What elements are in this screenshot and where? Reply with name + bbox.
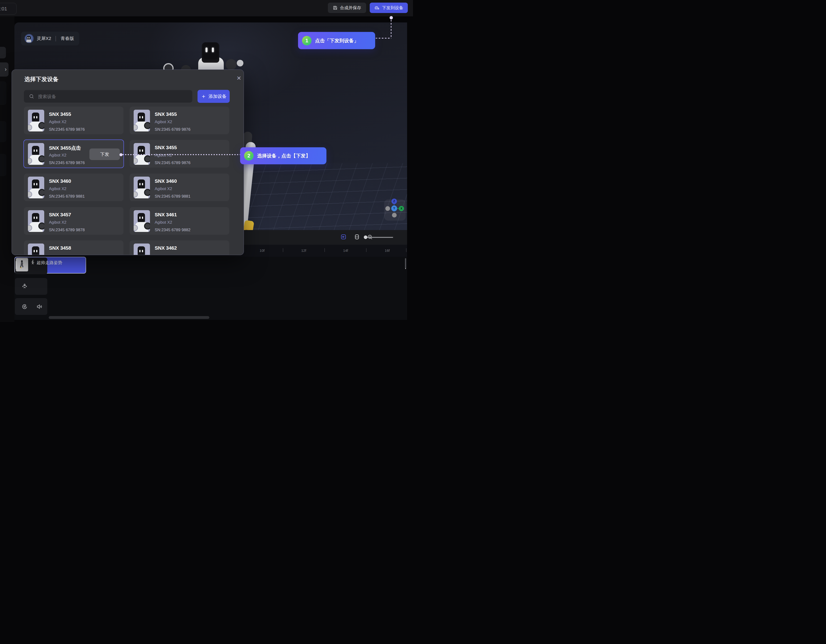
save-icon bbox=[333, 5, 337, 10]
clip-thumbnail bbox=[16, 258, 28, 271]
device-search-box[interactable] bbox=[24, 90, 192, 102]
device-card[interactable]: SNX 3462 bbox=[130, 240, 229, 255]
ruler-label: 12f bbox=[301, 248, 306, 252]
device-card[interactable]: SNX 3455 Agibot X2 SN:2345 6789 9876 bbox=[130, 107, 229, 134]
gizmo-z-handle[interactable]: Z bbox=[391, 198, 397, 204]
device-name: SNX 3458 bbox=[49, 245, 71, 251]
deploy-button-label: 下发到设备 bbox=[382, 5, 403, 11]
sidebar-thumbnail[interactable] bbox=[0, 121, 6, 142]
robot-avatar bbox=[24, 34, 34, 43]
search-input[interactable] bbox=[37, 90, 188, 103]
top-bar: 2:01 合成并保存 下发到设备 bbox=[0, 0, 413, 16]
device-name: SNX 3455 bbox=[49, 111, 71, 117]
device-card[interactable]: SNX 3457 Agibot X2 SN:2345 6789 9878 bbox=[24, 207, 123, 235]
floor-grid bbox=[236, 163, 407, 230]
device-name: SNX 3455 bbox=[155, 145, 177, 150]
robot-right-ear-joint bbox=[237, 60, 244, 67]
duration-pill: 2:01 bbox=[0, 3, 17, 15]
deploy-button[interactable]: 下发 bbox=[89, 149, 120, 160]
ruler-label: 14f bbox=[343, 248, 348, 252]
ruler-tick bbox=[366, 248, 366, 252]
guide-step-1-tooltip: 1 点击「下发到设备」 bbox=[298, 32, 375, 49]
device-card-selected[interactable]: SNX 3455点击 Agibot X2 SN:2345 6789 9876 下… bbox=[23, 139, 124, 168]
device-card[interactable]: SNX 3460 Agibot X2 SN:2345 6789 9881 bbox=[130, 173, 229, 201]
device-thumbnail bbox=[134, 243, 150, 255]
device-name: SNX 3455 bbox=[155, 111, 177, 117]
device-serial: SN:2345 6789 9882 bbox=[155, 228, 190, 232]
keyframe-track-toggle-button[interactable] bbox=[341, 234, 346, 240]
timeline-zoom-slider-knob[interactable] bbox=[364, 235, 367, 239]
save-button-label: 合成并保存 bbox=[340, 5, 361, 11]
device-card[interactable]: SNX 3455 Agibot X2 SN:2345 6789 9876 bbox=[130, 140, 229, 168]
ruler-tick bbox=[283, 248, 283, 252]
grid-lines-vertical bbox=[236, 163, 407, 230]
device-thumbnail bbox=[28, 243, 44, 255]
close-icon[interactable]: ✕ bbox=[234, 74, 243, 82]
deploy-to-device-button[interactable]: 下发到设备 bbox=[370, 3, 408, 13]
device-model: Agibot X2 bbox=[155, 153, 172, 158]
add-device-button[interactable]: ＋ 添加设备 bbox=[197, 90, 230, 103]
sidebar-item[interactable] bbox=[0, 47, 6, 59]
clip-label: 超帅走路姿势 bbox=[37, 260, 62, 265]
robot-right-shoulder bbox=[226, 59, 236, 70]
axis-gizmo[interactable]: Z Y X bbox=[384, 200, 406, 221]
device-model: Agibot X2 bbox=[49, 220, 67, 225]
sidebar-thumbnail[interactable] bbox=[0, 154, 6, 176]
gizmo-negative-z-handle[interactable] bbox=[392, 213, 397, 218]
clip-left-handle[interactable] bbox=[16, 261, 16, 269]
device-name: SNX 3461 bbox=[155, 212, 177, 218]
gizmo-y-handle[interactable]: Y bbox=[391, 206, 397, 211]
guide-connector-line bbox=[123, 154, 240, 155]
device-serial: SN:2345 6789 9876 bbox=[49, 161, 85, 165]
speed-audio-track-header[interactable] bbox=[15, 298, 47, 315]
project-chip[interactable]: 灵犀X2 │ 青春版 bbox=[21, 32, 79, 45]
device-card[interactable]: SNX 3460 Agibot X2 SN:2345 6789 9881 bbox=[24, 173, 123, 201]
ruler-label: 16f bbox=[385, 248, 390, 252]
device-serial: SN:2345 6789 9881 bbox=[155, 194, 190, 199]
vertical-scrollbar[interactable] bbox=[405, 258, 406, 268]
device-thumbnail bbox=[134, 210, 150, 232]
device-name: SNX 3460 bbox=[155, 178, 177, 184]
project-name: 灵犀X2 bbox=[37, 36, 51, 42]
step-1-badge: 1 bbox=[302, 36, 312, 45]
select-device-modal: 选择下发设备 ✕ ＋ 添加设备 SNX 3455 Agibot X2 SN:23… bbox=[12, 70, 244, 255]
device-name: SNX 3457 bbox=[49, 212, 71, 218]
chevron-right-icon: › bbox=[5, 66, 7, 72]
fit-timeline-button[interactable] bbox=[354, 234, 360, 240]
timeline-clip[interactable]: 超帅走路姿势 bbox=[14, 257, 86, 274]
device-thumbnail bbox=[28, 110, 44, 132]
step-2-badge: 2 bbox=[244, 151, 253, 161]
sidebar-thumbnail[interactable] bbox=[0, 81, 6, 105]
guide-connector-line bbox=[391, 20, 391, 38]
robot-head bbox=[202, 42, 219, 63]
device-card[interactable]: SNX 3455 Agibot X2 SN:2345 6789 9876 bbox=[24, 107, 123, 134]
device-card[interactable]: SNX 3461 Agibot X2 SN:2345 6789 9882 bbox=[130, 207, 229, 235]
device-thumbnail bbox=[28, 176, 44, 198]
device-serial: SN:2345 6789 9876 bbox=[49, 127, 85, 132]
device-serial: SN:2345 6789 9876 bbox=[155, 127, 190, 132]
robot-download-icon bbox=[374, 5, 380, 10]
action-track-header[interactable] bbox=[15, 278, 47, 295]
device-name: SNX 3462 bbox=[155, 245, 177, 251]
gizmo-x-handle[interactable]: X bbox=[399, 206, 404, 211]
device-thumbnail bbox=[134, 110, 150, 132]
device-model: Agibot X2 bbox=[155, 220, 172, 225]
device-serial: SN:2345 6789 9876 bbox=[155, 161, 190, 165]
device-name: SNX 3455点击 bbox=[49, 145, 81, 151]
gizmo-negative-x-handle[interactable] bbox=[385, 206, 390, 211]
timeline-tracks: 超帅走路姿势 bbox=[14, 257, 407, 320]
device-card[interactable]: SNX 3458 bbox=[24, 240, 123, 255]
save-button[interactable]: 合成并保存 bbox=[328, 3, 366, 13]
step-1-text: 点击「下发到设备」 bbox=[315, 37, 359, 44]
horizontal-scrollbar[interactable] bbox=[49, 316, 210, 319]
ruler-label: 10f bbox=[260, 248, 265, 252]
sidebar-expand-button[interactable]: › bbox=[0, 62, 9, 77]
step-2-text: 选择设备，点击【下发】 bbox=[257, 152, 311, 159]
plus-icon: ＋ bbox=[201, 93, 206, 99]
device-model: Agibot X2 bbox=[155, 120, 172, 124]
timeline-zoom-slider[interactable] bbox=[365, 237, 393, 238]
zoom-in-icon[interactable] bbox=[413, 234, 413, 241]
walking-person-icon bbox=[31, 260, 35, 265]
ruler-tick bbox=[324, 248, 325, 252]
device-model: Agibot X2 bbox=[155, 187, 172, 191]
